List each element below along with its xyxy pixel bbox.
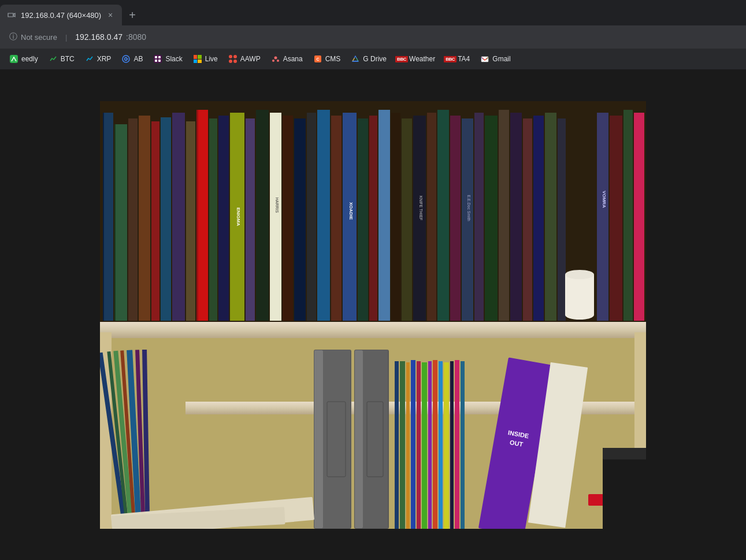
svg-rect-89: [395, 361, 399, 529]
svg-rect-66: [634, 113, 644, 321]
svg-rect-26: [218, 116, 229, 321]
new-tab-button[interactable]: +: [124, 7, 140, 23]
bookmark-asana-label: Asana: [283, 55, 303, 63]
security-info[interactable]: ⓘ Not secure | 192.168.0.47:8080: [9, 32, 146, 42]
svg-rect-10: [481, 57, 488, 62]
svg-rect-87: [363, 350, 388, 528]
bookmark-gmail[interactable]: Gmail: [476, 52, 515, 66]
bookmark-live-label: Live: [205, 55, 218, 63]
svg-rect-15: [114, 124, 127, 321]
bookmark-btc[interactable]: BTC: [44, 52, 79, 66]
bookmark-google-ab-label: AB: [133, 55, 143, 63]
bookmark-aawp-label: AAWP: [240, 55, 261, 63]
svg-rect-36: [317, 110, 330, 321]
url-port: :8080: [126, 32, 146, 42]
not-secure-label: Not secure: [21, 33, 57, 42]
btc-icon: [49, 54, 58, 64]
svg-rect-49: [450, 116, 461, 321]
svg-rect-97: [439, 361, 443, 529]
svg-text:VOMRA: VOMRA: [602, 191, 607, 208]
svg-rect-93: [417, 361, 421, 529]
svg-rect-42: [378, 110, 390, 321]
bookmarks-bar: eedly BTC XRP: [0, 49, 746, 69]
tab-title: 192.168.0.47 (640×480): [21, 11, 101, 20]
svg-rect-43: [391, 113, 400, 321]
svg-rect-17: [128, 118, 138, 321]
svg-line-8: [357, 58, 359, 62]
bookmark-gdrive[interactable]: G Drive: [346, 52, 391, 66]
svg-rect-13: [103, 113, 113, 321]
security-icon: ⓘ: [9, 32, 17, 42]
bookmark-feedly[interactable]: eedly: [5, 52, 43, 66]
bookmark-weather[interactable]: BBC Weather: [392, 52, 440, 66]
svg-rect-56: [523, 118, 532, 321]
svg-rect-98: [444, 362, 449, 529]
svg-rect-61: [565, 275, 594, 315]
bbc-ta4-icon: BBC: [446, 54, 455, 64]
svg-rect-22: [186, 121, 195, 321]
svg-rect-24: [196, 110, 198, 321]
gmail-icon: [480, 54, 489, 64]
svg-rect-95: [428, 361, 432, 529]
bookmark-slack[interactable]: Slack: [149, 52, 187, 66]
slack-icon: [153, 54, 162, 64]
bookmark-slack-label: Slack: [165, 55, 182, 63]
bookmark-xrp[interactable]: XRP: [80, 52, 116, 66]
aawp-icon: [228, 54, 237, 64]
svg-rect-67: [597, 113, 608, 321]
svg-rect-90: [400, 361, 405, 529]
tab-favicon: [7, 10, 16, 20]
svg-text:E.E.Doc Smith: E.E.Doc Smith: [467, 195, 471, 221]
bookmark-aawp[interactable]: AAWP: [224, 52, 265, 66]
svg-rect-59: [558, 118, 566, 321]
bookmark-live[interactable]: Live: [188, 52, 222, 66]
svg-rect-31: [270, 113, 281, 321]
cms-icon: C: [313, 54, 322, 64]
asana-icon: [271, 54, 280, 64]
bookmark-xrp-label: XRP: [97, 55, 112, 63]
svg-rect-30: [256, 110, 269, 321]
svg-rect-37: [331, 116, 342, 321]
svg-rect-14: [103, 113, 104, 321]
bookmark-asana[interactable]: Asana: [266, 52, 307, 66]
svg-rect-99: [450, 361, 454, 529]
svg-rect-52: [474, 113, 484, 321]
svg-rect-100: [455, 360, 459, 529]
svg-rect-44: [402, 118, 412, 321]
svg-rect-33: [283, 116, 293, 321]
active-tab[interactable]: 192.168.0.47 (640×480) ×: [0, 5, 122, 25]
svg-rect-108: [603, 448, 646, 529]
svg-rect-65: [623, 110, 633, 321]
bookmark-cms[interactable]: C CMS: [309, 52, 346, 66]
svg-rect-25: [209, 118, 217, 321]
bbc-weather-icon: BBC: [397, 54, 406, 64]
bookmark-cms-label: CMS: [325, 55, 341, 63]
svg-rect-16: [114, 124, 116, 321]
bookshelf-image: ENIGMA HARRIS XOADIE KNIFE THIEF: [100, 101, 646, 529]
svg-rect-48: [437, 110, 449, 321]
svg-rect-47: [427, 113, 436, 321]
bookmark-weather-label: Weather: [409, 55, 435, 63]
svg-point-3: [272, 60, 274, 62]
svg-rect-101: [461, 361, 465, 529]
svg-rect-64: [610, 116, 622, 321]
svg-text:HARRIS: HARRIS: [275, 197, 279, 213]
svg-rect-29: [246, 118, 255, 321]
svg-rect-21: [172, 113, 185, 321]
svg-rect-40: [358, 118, 368, 321]
svg-rect-92: [411, 360, 415, 529]
svg-rect-19: [151, 121, 159, 321]
svg-rect-57: [533, 116, 544, 321]
xrp-icon: [85, 54, 94, 64]
tab-close-button[interactable]: ×: [106, 10, 115, 20]
svg-rect-58: [545, 113, 556, 321]
svg-rect-34: [294, 118, 306, 321]
feedly-icon: [9, 54, 18, 64]
bookmark-ta4[interactable]: BBC TA4: [441, 52, 474, 66]
url-host: 192.168.0.47: [75, 32, 123, 42]
bookmark-btc-label: BTC: [61, 55, 75, 63]
svg-rect-18: [139, 116, 150, 321]
bookmark-google-ab[interactable]: AB: [117, 52, 147, 66]
bookmark-ta4-label: TA4: [458, 55, 470, 63]
svg-point-62: [565, 270, 594, 279]
